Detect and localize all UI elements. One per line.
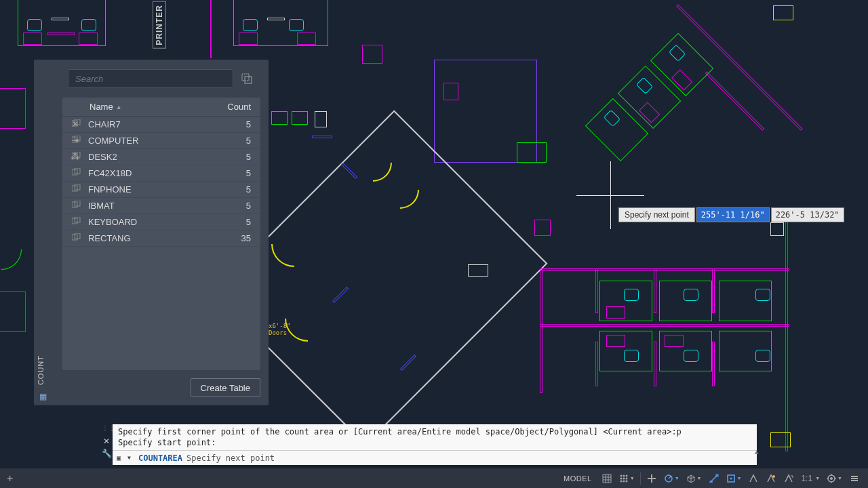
row-name: FC42X18D bbox=[88, 168, 213, 178]
svg-point-25 bbox=[623, 480, 625, 482]
svg-point-31 bbox=[730, 477, 732, 479]
row-name: FNPHONE bbox=[88, 184, 213, 195]
svg-rect-36 bbox=[851, 478, 858, 479]
table-row[interactable]: FNPHONE5 bbox=[62, 182, 260, 198]
autoscale-icon[interactable] bbox=[781, 470, 797, 487]
table-row[interactable]: FC42X18D5 bbox=[62, 165, 260, 182]
svg-point-26 bbox=[625, 480, 627, 482]
scale-label[interactable]: 1:1 ▼ bbox=[798, 470, 823, 487]
svg-rect-28 bbox=[710, 481, 712, 483]
palette-title[interactable]: COUNT bbox=[37, 355, 45, 385]
svg-rect-0 bbox=[242, 74, 249, 81]
ortho-restriction-icon[interactable] bbox=[644, 470, 660, 487]
command-prompt-text: Specify next point bbox=[186, 453, 753, 463]
row-count: 5 bbox=[213, 119, 260, 129]
customization-menu-icon[interactable] bbox=[846, 470, 863, 487]
svg-point-18 bbox=[620, 474, 622, 476]
command-history: Specify first corner point of the count … bbox=[113, 424, 757, 450]
row-name: KEYBOARD bbox=[88, 217, 213, 227]
command-customize-icon[interactable]: 🔧 bbox=[102, 449, 111, 458]
status-bar: + MODEL ▼ ▼ ▼ ▼ bbox=[0, 468, 868, 488]
dynamic-input-label: Specify next point bbox=[618, 207, 695, 222]
header-name[interactable]: Name ▲ bbox=[62, 102, 213, 112]
command-line-area: ⋮⋮⋮ ✕ 🔧 Specify first corner point of th… bbox=[113, 424, 757, 465]
block-icon bbox=[72, 201, 84, 211]
grid-display-icon[interactable] bbox=[599, 470, 615, 487]
command-input-line[interactable]: ▣ ▼ COUNTAREA Specify next point bbox=[113, 450, 757, 465]
properties-icon[interactable]: ⁂ bbox=[69, 150, 81, 163]
add-layout-tab-icon[interactable]: + bbox=[3, 472, 17, 485]
search-input[interactable] bbox=[68, 69, 233, 88]
row-count: 5 bbox=[213, 217, 260, 227]
svg-rect-37 bbox=[851, 480, 858, 481]
object-snap-icon[interactable]: ▼ bbox=[724, 470, 745, 487]
dynamic-input-x[interactable]: 255'-11 1/16" bbox=[696, 207, 770, 222]
close-icon[interactable]: ✕ bbox=[69, 118, 81, 130]
table-header: Name ▲ Count bbox=[62, 98, 260, 117]
create-table-button[interactable]: Create Table bbox=[191, 378, 260, 397]
svg-rect-1 bbox=[245, 77, 252, 83]
svg-point-34 bbox=[830, 477, 833, 480]
svg-rect-35 bbox=[851, 476, 858, 477]
block-icon bbox=[72, 217, 84, 227]
osnap-tracking-icon[interactable] bbox=[706, 470, 722, 487]
row-count: 5 bbox=[213, 201, 260, 211]
svg-point-32 bbox=[772, 475, 775, 478]
printer-label: PRINTER bbox=[153, 1, 166, 49]
selection-filter-icon[interactable] bbox=[239, 70, 255, 87]
table-row[interactable]: DESK25 bbox=[62, 149, 260, 165]
svg-point-23 bbox=[625, 477, 627, 479]
row-name: COMPUTER bbox=[88, 136, 213, 146]
svg-point-22 bbox=[623, 477, 625, 479]
block-icon bbox=[72, 233, 84, 243]
command-history-dropdown-icon[interactable]: ▼ bbox=[127, 455, 136, 461]
row-count: 5 bbox=[213, 184, 260, 195]
block-icon bbox=[72, 168, 84, 178]
sort-asc-icon: ▲ bbox=[116, 104, 122, 110]
command-expand-icon[interactable]: ▲ bbox=[753, 449, 760, 455]
annotation-scale-icon[interactable] bbox=[745, 470, 762, 487]
block-icon bbox=[72, 184, 84, 195]
count-field-icon[interactable]: ▦ bbox=[37, 390, 49, 403]
table-row[interactable]: COMPUTER5 bbox=[62, 133, 260, 149]
row-name: CHAIR7 bbox=[88, 119, 213, 129]
row-name: IBMAT bbox=[88, 201, 213, 211]
row-count: 35 bbox=[213, 233, 260, 243]
annotation-visibility-icon[interactable] bbox=[763, 470, 779, 487]
row-name: DESK2 bbox=[88, 152, 213, 162]
row-count: 5 bbox=[213, 152, 260, 162]
svg-point-24 bbox=[620, 480, 622, 482]
command-prompt-icon: ▣ bbox=[117, 454, 127, 462]
isometric-drafting-icon[interactable]: ▼ bbox=[684, 470, 705, 487]
polar-tracking-icon[interactable]: ▼ bbox=[661, 470, 682, 487]
table-row[interactable]: KEYBOARD5 bbox=[62, 214, 260, 230]
row-name: RECTANG bbox=[88, 233, 213, 243]
svg-point-20 bbox=[625, 474, 627, 476]
snap-mode-icon[interactable]: ▼ bbox=[616, 470, 637, 487]
dynamic-input-tooltip: Specify next point 255'-11 1/16" 226'-5 … bbox=[618, 207, 844, 222]
table-row[interactable]: IBMAT5 bbox=[62, 198, 260, 214]
dynamic-input-y[interactable]: 226'-5 13/32" bbox=[771, 207, 844, 222]
svg-point-19 bbox=[623, 474, 625, 476]
command-drag-handle-icon[interactable]: ⋮⋮⋮ bbox=[102, 424, 111, 432]
row-count: 5 bbox=[213, 136, 260, 146]
model-space-label[interactable]: MODEL bbox=[558, 474, 597, 483]
doors-annotation: x6'-8" Doors bbox=[269, 323, 291, 336]
table-row[interactable]: RECTANG35 bbox=[62, 230, 260, 247]
workspace-switching-icon[interactable]: ▼ bbox=[824, 470, 845, 487]
table-row[interactable]: CHAIR75 bbox=[62, 117, 260, 133]
count-table: Name ▲ Count CHAIR75COMPUTER5DESK25FC42X… bbox=[62, 98, 260, 370]
active-command-name: COUNTAREA bbox=[138, 453, 182, 463]
header-count[interactable]: Count bbox=[213, 102, 260, 112]
count-palette: ✕ ⇥ ⁂ Name ▲ Count CHAIR75COMPUTER5DESK2… bbox=[34, 60, 269, 405]
svg-point-21 bbox=[620, 477, 622, 479]
command-close-icon[interactable]: ✕ bbox=[102, 436, 111, 446]
row-count: 5 bbox=[213, 168, 260, 178]
autohide-icon[interactable]: ⇥ bbox=[69, 134, 81, 146]
